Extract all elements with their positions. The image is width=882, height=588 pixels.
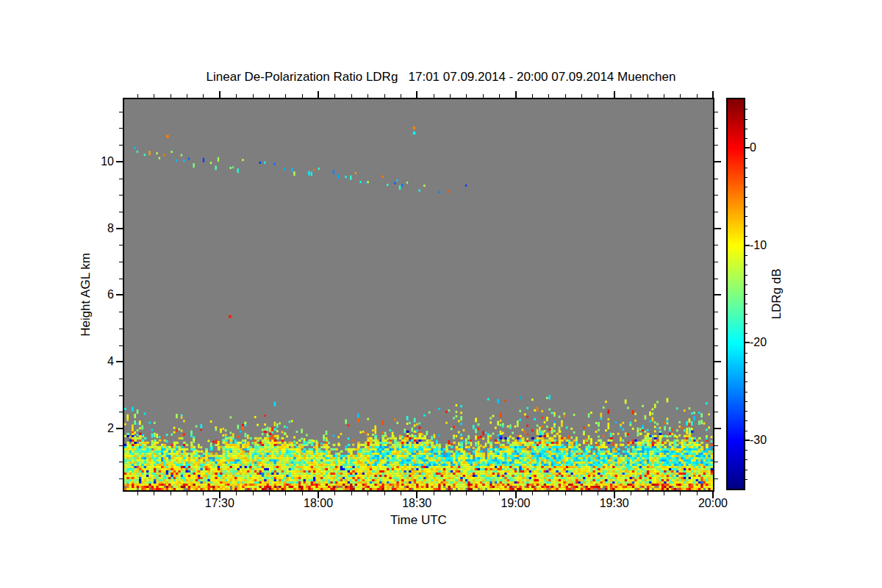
colorbar-minor-tick (745, 197, 747, 198)
y-minor-tick (119, 445, 123, 446)
x-minor-tick (648, 94, 648, 98)
x-minor-tick (499, 94, 500, 98)
x-minor-tick (434, 94, 434, 98)
y-minor-tick (119, 312, 123, 312)
x-minor-tick (236, 492, 237, 495)
y-minor-tick (714, 212, 718, 212)
colorbar-gradient-canvas (728, 99, 744, 489)
y-minor-tick (119, 179, 123, 179)
colorbar-minor-tick (745, 129, 747, 129)
y-minor-tick (119, 345, 123, 346)
y-minor-tick (714, 179, 718, 179)
y-minor-tick (119, 245, 123, 245)
x-minor-tick (154, 94, 154, 98)
x-minor-tick (253, 94, 254, 98)
y-major-tick (116, 361, 123, 362)
colorbar-minor-tick (745, 284, 747, 285)
ldr-quicklook-figure: Linear De-Polarization Ratio LDRg 17:01 … (0, 0, 882, 588)
y-minor-tick (714, 478, 718, 479)
x-major-tick (515, 91, 517, 98)
y-minor-tick (119, 462, 123, 462)
x-tick-label: 19:00 (490, 497, 542, 510)
y-major-tick (116, 161, 123, 162)
y-minor-tick (714, 245, 718, 245)
colorbar-minor-tick (745, 401, 747, 402)
colorbar-minor-tick (745, 362, 747, 363)
y-tick-label: 4 (70, 355, 114, 368)
colorbar-minor-tick (745, 236, 747, 237)
y-minor-tick (119, 329, 123, 329)
colorbar-minor-tick (745, 294, 747, 295)
y-major-tick (714, 161, 721, 162)
x-minor-tick (368, 94, 368, 98)
x-minor-tick (697, 492, 698, 495)
x-minor-tick (697, 94, 698, 98)
colorbar-minor-tick (745, 431, 747, 431)
y-minor-tick (119, 145, 123, 146)
colorbar-minor-tick (745, 177, 747, 178)
heatmap-canvas (124, 99, 713, 490)
colorbar-minor-tick (745, 138, 747, 139)
colorbar-minor-tick (745, 479, 747, 480)
colorbar-minor-tick (745, 314, 747, 315)
y-tick-label: 2 (70, 422, 114, 435)
colorbar-minor-tick (745, 372, 747, 373)
y-major-tick (714, 428, 721, 429)
x-major-tick (416, 91, 417, 98)
y-major-tick (116, 228, 123, 229)
x-minor-tick (532, 492, 533, 495)
x-minor-tick (285, 94, 286, 98)
colorbar-tick-label: -30 (750, 434, 767, 447)
y-minor-tick (714, 395, 718, 396)
x-minor-tick (285, 492, 286, 495)
y-minor-tick (714, 379, 718, 379)
x-minor-tick (137, 94, 138, 98)
colorbar-minor-tick (745, 109, 747, 110)
y-minor-tick (714, 279, 718, 279)
x-minor-tick (581, 492, 582, 495)
x-minor-tick (483, 94, 484, 98)
y-minor-tick (119, 195, 123, 196)
y-minor-tick (714, 329, 718, 329)
x-minor-tick (532, 94, 533, 98)
x-minor-tick (236, 94, 237, 98)
x-minor-tick (548, 492, 549, 495)
x-minor-tick (334, 492, 335, 495)
x-minor-tick (680, 94, 681, 98)
x-minor-tick (187, 94, 187, 98)
colorbar-minor-tick (745, 353, 747, 354)
y-minor-tick (714, 412, 718, 412)
x-minor-tick (450, 492, 451, 495)
x-tick-label: 17:30 (194, 497, 245, 510)
y-minor-tick (714, 462, 718, 462)
x-tick-label: 20:00 (687, 497, 739, 510)
colorbar-tick-label: -20 (750, 336, 767, 349)
x-minor-tick (664, 94, 664, 98)
colorbar-minor-tick (745, 470, 747, 470)
colorbar-minor-tick (745, 411, 747, 412)
x-minor-tick (401, 94, 401, 98)
y-minor-tick (119, 112, 123, 112)
x-minor-tick (384, 94, 385, 98)
y-minor-tick (714, 112, 718, 112)
x-minor-tick (253, 492, 254, 495)
x-axis-label: Time UTC (124, 513, 713, 528)
y-minor-tick (714, 312, 718, 312)
y-minor-tick (714, 128, 718, 129)
colorbar-label: LDRg dB (770, 269, 784, 320)
x-minor-tick (269, 94, 270, 98)
x-minor-tick (203, 492, 204, 495)
x-minor-tick (631, 492, 631, 495)
y-minor-tick (119, 478, 123, 479)
x-minor-tick (664, 492, 664, 495)
colorbar-tick-label: -10 (750, 239, 767, 252)
colorbar-minor-tick (745, 323, 747, 324)
x-minor-tick (401, 492, 401, 495)
y-minor-tick (119, 262, 123, 262)
x-minor-tick (171, 492, 171, 495)
y-minor-tick (119, 395, 123, 396)
x-minor-tick (368, 492, 368, 495)
x-minor-tick (499, 492, 500, 495)
colorbar-minor-tick (745, 168, 747, 168)
y-major-tick (116, 428, 123, 429)
